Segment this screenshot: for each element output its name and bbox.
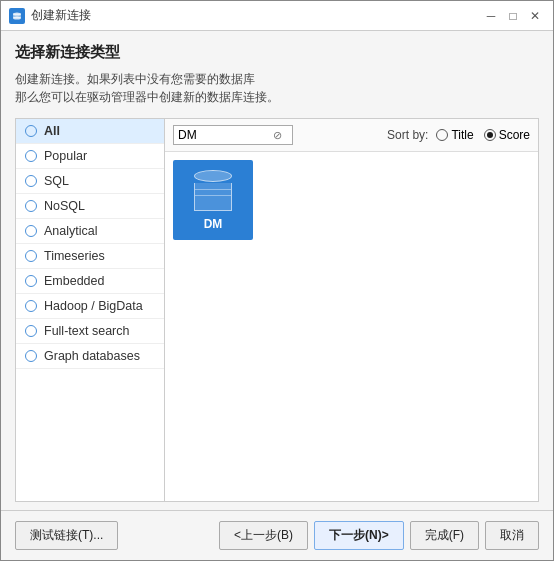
sidebar-item-embedded[interactable]: Embedded [16, 269, 164, 294]
sidebar-icon-shape [25, 250, 37, 262]
app-icon [9, 8, 25, 24]
content-area: 选择新连接类型 创建新连接。如果列表中没有您需要的数据库那么您可以在驱动管理器中… [1, 31, 553, 510]
sidebar-item-label: Hadoop / BigData [44, 299, 143, 313]
sidebar-item-nosql[interactable]: NoSQL [16, 194, 164, 219]
clear-icon[interactable]: ⊘ [273, 129, 282, 142]
sort-title-radio[interactable] [436, 129, 448, 141]
back-button[interactable]: <上一步(B) [219, 521, 308, 550]
search-input[interactable] [178, 128, 273, 142]
test-connection-button[interactable]: 测试链接(T)... [15, 521, 118, 550]
sort-options: Title Score [436, 128, 530, 142]
minimize-button[interactable]: ─ [481, 6, 501, 26]
window-title: 创建新连接 [31, 7, 481, 24]
sidebar-item-label: Popular [44, 149, 87, 163]
db-grid: DM [165, 152, 538, 501]
sidebar-icon-shape [25, 275, 37, 287]
sidebar-item-popular[interactable]: Popular [16, 144, 164, 169]
close-button[interactable]: ✕ [525, 6, 545, 26]
sidebar-icon-shape [25, 300, 37, 312]
sort-label: Sort by: [387, 128, 428, 142]
sidebar-item-full-text-search[interactable]: Full-text search [16, 319, 164, 344]
maximize-button[interactable]: □ [503, 6, 523, 26]
window-controls: ─ □ ✕ [481, 6, 545, 26]
sidebar-item-icon [24, 199, 38, 213]
search-sort-bar: ⊘ Sort by: Title Score [165, 119, 538, 152]
finish-button[interactable]: 完成(F) [410, 521, 479, 550]
sidebar-icon-shape [25, 175, 37, 187]
cylinder-line2 [195, 195, 231, 196]
sidebar-item-icon [24, 249, 38, 263]
sort-score-radio-inner [487, 132, 493, 138]
sort-score-option[interactable]: Score [484, 128, 530, 142]
sidebar-item-hadoop---bigdata[interactable]: Hadoop / BigData [16, 294, 164, 319]
cancel-button[interactable]: 取消 [485, 521, 539, 550]
sidebar-item-label: Full-text search [44, 324, 129, 338]
sidebar-item-icon [24, 224, 38, 238]
sidebar-item-label: All [44, 124, 60, 138]
sidebar-item-icon [24, 274, 38, 288]
footer: 测试链接(T)... <上一步(B) 下一步(N)> 完成(F) 取消 [1, 510, 553, 560]
sidebar-icon-shape [25, 325, 37, 337]
sidebar-item-label: Graph databases [44, 349, 140, 363]
sidebar-item-icon [24, 149, 38, 163]
sidebar-item-all[interactable]: All [16, 119, 164, 144]
main-area: AllPopularSQLNoSQLAnalyticalTimeseriesEm… [15, 118, 539, 502]
sidebar-item-icon [24, 174, 38, 188]
page-title: 选择新连接类型 [15, 43, 539, 62]
sidebar-item-graph-databases[interactable]: Graph databases [16, 344, 164, 369]
sidebar-icon-shape [25, 200, 37, 212]
sort-score-radio[interactable] [484, 129, 496, 141]
db-icon [194, 170, 232, 211]
sidebar-item-timeseries[interactable]: Timeseries [16, 244, 164, 269]
sidebar-item-label: Embedded [44, 274, 104, 288]
sidebar-item-icon [24, 324, 38, 338]
title-bar: 创建新连接 ─ □ ✕ [1, 1, 553, 31]
sidebar: AllPopularSQLNoSQLAnalyticalTimeseriesEm… [15, 118, 165, 502]
window: 创建新连接 ─ □ ✕ 选择新连接类型 创建新连接。如果列表中没有您需要的数据库… [0, 0, 554, 561]
next-button[interactable]: 下一步(N)> [314, 521, 404, 550]
sidebar-item-label: SQL [44, 174, 69, 188]
sidebar-item-icon [24, 124, 38, 138]
sidebar-icon-shape [25, 225, 37, 237]
sort-title-option[interactable]: Title [436, 128, 473, 142]
search-box: ⊘ [173, 125, 293, 145]
sidebar-item-label: NoSQL [44, 199, 85, 213]
sidebar-icon-shape [25, 150, 37, 162]
sidebar-item-label: Timeseries [44, 249, 105, 263]
cylinder-line1 [195, 189, 231, 190]
sort-score-label: Score [499, 128, 530, 142]
sidebar-item-icon [24, 349, 38, 363]
sidebar-item-icon [24, 299, 38, 313]
cylinder-body [194, 183, 232, 211]
sidebar-item-sql[interactable]: SQL [16, 169, 164, 194]
sidebar-item-analytical[interactable]: Analytical [16, 219, 164, 244]
description-text: 创建新连接。如果列表中没有您需要的数据库那么您可以在驱动管理器中创建新的数据库连… [15, 70, 539, 106]
db-item-dm[interactable]: DM [173, 160, 253, 240]
right-panel: ⊘ Sort by: Title Score [165, 118, 539, 502]
sidebar-item-label: Analytical [44, 224, 98, 238]
sidebar-icon-shape [25, 350, 37, 362]
sidebar-icon-shape [25, 125, 37, 137]
sort-title-label: Title [451, 128, 473, 142]
cylinder-top [194, 170, 232, 182]
svg-point-2 [13, 16, 21, 19]
db-item-label: DM [204, 217, 223, 231]
